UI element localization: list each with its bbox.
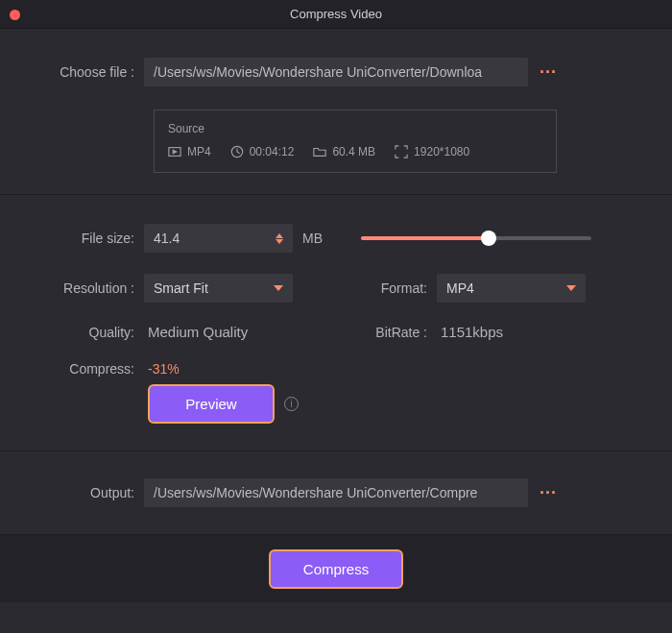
filesize-slider[interactable] <box>361 236 591 240</box>
source-format: MP4 <box>187 145 211 158</box>
output-browse-button[interactable]: ··· <box>540 488 557 498</box>
compress-value: -31% <box>144 361 180 377</box>
choose-file-section: Choose file : /Users/ws/Movies/Wondersha… <box>0 29 672 195</box>
source-title: Source <box>168 122 542 135</box>
resolution-select[interactable]: Smart Fit <box>144 274 293 303</box>
resolution-value: Smart Fit <box>154 280 208 296</box>
preview-button[interactable]: Preview <box>148 384 275 424</box>
settings-section: File size: 41.4 MB Resolution : Smart Fi… <box>0 195 672 451</box>
output-input[interactable]: /Users/ws/Movies/Wondershare UniConverte… <box>144 478 528 507</box>
clock-icon <box>230 145 244 158</box>
format-select[interactable]: MP4 <box>437 274 586 303</box>
chevron-down-icon <box>274 285 283 291</box>
bitrate-label: BitRate : <box>360 325 437 340</box>
info-icon[interactable]: i <box>284 397 299 411</box>
slider-fill <box>361 236 488 240</box>
format-value: MP4 <box>446 280 474 296</box>
quality-label: Quality: <box>38 325 144 340</box>
close-button[interactable] <box>10 10 20 20</box>
choose-file-input[interactable]: /Users/ws/Movies/Wondershare UniConverte… <box>144 58 528 86</box>
quality-value: Medium Quality <box>144 324 293 340</box>
slider-thumb[interactable] <box>481 231 496 246</box>
compress-button[interactable]: Compress <box>269 549 403 589</box>
folder-icon <box>313 145 326 158</box>
source-size: 60.4 MB <box>332 145 375 158</box>
video-format-icon <box>168 145 181 158</box>
filesize-label: File size: <box>38 231 144 246</box>
source-info-box: Source MP4 00:04:12 60.4 MB 1920*1080 <box>154 110 557 173</box>
bitrate-value: 1151kbps <box>437 324 503 340</box>
choose-file-browse-button[interactable]: ··· <box>540 67 557 77</box>
choose-file-label: Choose file : <box>38 64 144 80</box>
stepper-down-icon[interactable] <box>276 239 283 244</box>
titlebar: Compress Video <box>0 0 672 29</box>
stepper-up-icon[interactable] <box>276 233 283 238</box>
filesize-unit: MB <box>302 231 323 246</box>
format-label: Format: <box>360 280 437 296</box>
resolution-icon <box>395 145 408 158</box>
resolution-label: Resolution : <box>38 280 144 296</box>
footer: Compress <box>0 535 672 602</box>
output-section: Output: /Users/ws/Movies/Wondershare Uni… <box>0 451 672 535</box>
chevron-down-icon <box>566 285 576 291</box>
source-resolution: 1920*1080 <box>414 145 469 158</box>
source-duration: 00:04:12 <box>250 145 295 158</box>
compress-label: Compress: <box>38 361 144 377</box>
filesize-input[interactable]: 41.4 <box>144 224 293 253</box>
window-title: Compress Video <box>290 7 382 21</box>
filesize-value: 41.4 <box>154 231 180 246</box>
filesize-stepper[interactable] <box>276 233 283 244</box>
output-label: Output: <box>38 485 144 500</box>
